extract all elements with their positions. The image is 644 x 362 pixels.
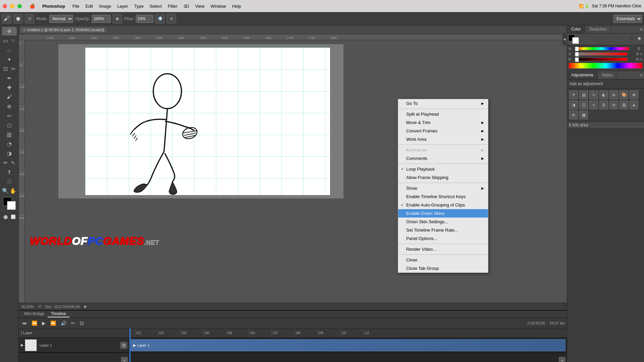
play-btn[interactable]: ▶	[84, 304, 87, 309]
panel-collapse-btn[interactable]: ◀	[562, 32, 567, 46]
brightness-slider-thumb[interactable]	[575, 57, 579, 62]
close-window-btn[interactable]	[3, 4, 7, 8]
menu-edit[interactable]: Edit	[83, 3, 96, 9]
menu-filter[interactable]: Filter	[165, 3, 180, 9]
adj-brightness[interactable]: ☀	[569, 90, 578, 99]
timeline-clip[interactable]: ▶ Layer 1	[131, 339, 566, 351]
tab-adjustments[interactable]: Adjustments	[567, 71, 598, 79]
pressure-opacity-btn[interactable]: ◉	[113, 14, 122, 23]
adj-color-balance[interactable]: ⊕	[630, 90, 638, 99]
mode-select[interactable]: Normal Multiply Screen	[49, 15, 73, 23]
panel-menu-btn[interactable]: ≡	[639, 25, 644, 33]
ctx-goto[interactable]: Go To ▶	[398, 99, 488, 108]
adj-gradient-map[interactable]: ▦	[579, 111, 588, 119]
ctx-enable-shortcut-keys[interactable]: Enable Timeline Shortcut Keys	[398, 192, 488, 201]
adj-hue-sat[interactable]: 🎨	[620, 90, 628, 99]
spectrum-bar[interactable]	[569, 63, 643, 69]
menu-type[interactable]: Type	[131, 3, 147, 9]
color-swatches[interactable]	[3, 197, 16, 210]
menu-window[interactable]: Window	[208, 3, 229, 9]
minimize-window-btn[interactable]	[10, 4, 14, 8]
document-tab[interactable]: ✕ Untitled-1 @ 90.8% (Layer 1, RGB/8#) […	[20, 27, 107, 33]
color-cube-icon[interactable]: ⬛	[628, 35, 635, 42]
adj-color-lookup[interactable]: ⊟	[599, 101, 608, 109]
ctx-close-tab-group[interactable]: Close Tab Group	[398, 264, 488, 273]
tl-audio[interactable]: 🔊	[59, 320, 68, 326]
adj-levels[interactable]: ▤	[579, 90, 588, 99]
tl-split[interactable]: ✂	[70, 320, 76, 326]
menu-photoshop[interactable]: Photoshop	[39, 3, 68, 9]
menu-layer[interactable]: Layer	[114, 3, 131, 9]
brush-options-btn[interactable]: ⊡	[25, 14, 34, 23]
ctx-show[interactable]: Show ▶	[398, 184, 488, 192]
tab-timeline[interactable]: Timeline	[48, 311, 69, 317]
layer-options-btn[interactable]: ⚙	[120, 342, 127, 349]
menu-view[interactable]: View	[192, 3, 208, 9]
close-tab-icon[interactable]: ✕	[23, 28, 26, 32]
adj-exposure[interactable]: ◐	[599, 90, 608, 99]
add-track-btn[interactable]: +	[559, 357, 566, 362]
adj-panel-menu-btn[interactable]: ≡	[639, 71, 644, 79]
tool-slice[interactable]: ✂	[10, 64, 17, 73]
pressure-flow-btn[interactable]: ⊛	[167, 14, 176, 23]
opacity-value[interactable]: 100%	[92, 15, 111, 23]
ctx-convert-frames[interactable]: Convert Frames ▶	[398, 127, 488, 135]
hue-slider-thumb[interactable]	[575, 47, 579, 51]
tool-select-rect[interactable]: ▭	[2, 36, 9, 45]
tl-play[interactable]: ▶	[41, 320, 47, 326]
ctx-render-video[interactable]: Render Video...	[398, 245, 488, 253]
ctx-work-area[interactable]: Work Area ▶	[398, 135, 488, 143]
adj-photo-filter[interactable]: ◫	[579, 101, 588, 109]
brightness-slider[interactable]	[575, 58, 628, 61]
tool-type[interactable]: T	[2, 168, 17, 176]
ctx-close[interactable]: Close	[398, 256, 488, 264]
ctx-onion-skin-settings[interactable]: Onion Skin Settings...	[398, 218, 488, 226]
saturation-slider[interactable]	[575, 52, 628, 56]
menu-3d[interactable]: 3D	[180, 3, 192, 9]
flow-value[interactable]: 24%	[136, 15, 153, 23]
tool-eyedropper[interactable]: ✒	[2, 74, 17, 82]
tool-select-ellipse[interactable]: ○	[10, 36, 17, 45]
color-fg-bg[interactable]	[568, 35, 579, 44]
adj-invert[interactable]: ⊘	[609, 101, 618, 109]
adj-vibrance[interactable]: ⊛	[609, 90, 618, 99]
tool-zoom[interactable]: 🔍	[2, 186, 9, 195]
tool-pen[interactable]: ✏	[2, 158, 9, 167]
menu-file[interactable]: File	[69, 3, 83, 9]
background-color[interactable]	[7, 201, 16, 210]
tab-styles[interactable]: Styles	[598, 71, 617, 79]
tool-eraser[interactable]: ◻	[2, 121, 17, 129]
tool-spot-heal[interactable]: ✚	[2, 83, 17, 92]
tool-lasso[interactable]: ⌓	[2, 46, 17, 54]
tab-color[interactable]: Color	[567, 25, 585, 33]
adj-posterize[interactable]: ▥	[620, 101, 628, 109]
tool-path-select[interactable]: ↖	[10, 158, 17, 167]
brush-size-btn[interactable]: ⬤	[13, 14, 23, 23]
tool-quick-mask[interactable]: ⬤	[2, 213, 9, 221]
menu-help[interactable]: Help	[229, 3, 244, 9]
ctx-split-playhead[interactable]: Split at Playhead	[398, 110, 488, 118]
tool-blur[interactable]: ◔	[2, 139, 17, 148]
ctx-move-trim[interactable]: Move & Trim ▶	[398, 118, 488, 127]
workspace-select[interactable]: Essentials	[613, 15, 642, 23]
saturation-slider-thumb[interactable]	[575, 52, 579, 57]
layer-expand-arrow[interactable]: ▶	[21, 343, 23, 347]
color-wheel-icon[interactable]: ◉	[636, 35, 643, 42]
tool-shape[interactable]: □	[2, 177, 17, 186]
airbrush-btn[interactable]: 💨	[155, 14, 165, 23]
tool-hand[interactable]: ✋	[10, 186, 17, 195]
ctx-enable-auto-grouping[interactable]: ✓ Enable Auto-Grouping of Clips	[398, 201, 488, 209]
menu-apple[interactable]: 🍎	[26, 3, 38, 9]
ctx-allow-frame-skipping[interactable]: Allow Frame Skipping	[398, 173, 488, 182]
hue-slider[interactable]	[575, 47, 629, 50]
ctx-comments[interactable]: Comments ▶	[398, 154, 488, 163]
tl-options[interactable]: ⊡	[78, 320, 85, 326]
menu-select[interactable]: Select	[147, 3, 165, 9]
tool-history-brush[interactable]: ↩	[2, 111, 17, 120]
tool-crop[interactable]: ⊡	[2, 64, 9, 73]
ctx-set-frame-rate[interactable]: Set Timeline Frame Rate...	[398, 226, 488, 234]
tool-brush[interactable]: 🖌	[2, 93, 17, 101]
adj-selective-color[interactable]: ⊜	[569, 111, 578, 119]
tab-mini-bridge[interactable]: Mini Bridge	[21, 311, 48, 317]
adj-bw[interactable]: ◑	[569, 101, 578, 109]
